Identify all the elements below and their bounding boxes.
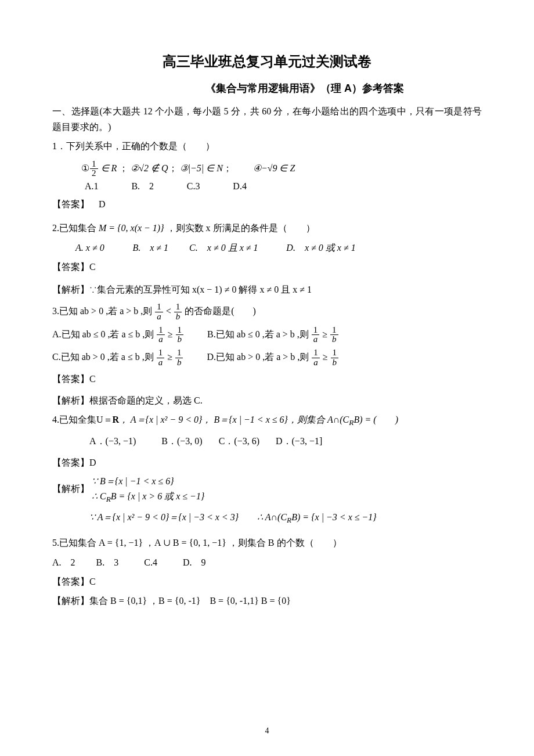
ex-lbl: 【解析】 bbox=[52, 484, 89, 494]
q4-stem: 4.已知全集U＝R， A＝{x | x² − 9 < 0}， B＝{x | −1… bbox=[52, 412, 482, 430]
q5-optC: C.4 bbox=[144, 557, 157, 567]
q3-answer: 【答案】C bbox=[52, 371, 482, 387]
q4-explain: 【解析】 ∵ B＝{x | −1 < x ≤ 6} ∴ CRB = {x | x… bbox=[52, 474, 482, 505]
q3-row2: C.已知 ab > 0 ,若 a ≤ b ,则 1a ≥ 1b D.已知 ab … bbox=[52, 347, 482, 368]
doc-title: 高三毕业班总复习单元过关测试卷 bbox=[52, 52, 482, 71]
q3-C-pre: C.已知 ab > 0 ,若 a ≤ b ,则 bbox=[52, 352, 156, 362]
q5-optB: B. 3 bbox=[96, 557, 119, 567]
q5-stem: 5.已知集合 A = {1, −1} ，A ∪ B = {0, 1, −1} ，… bbox=[52, 535, 482, 550]
q1-item2: ②√2 ∉ Q bbox=[131, 163, 168, 173]
q4pre: 4.已知全集U＝ bbox=[52, 415, 113, 424]
q2mid: M = {0, x(x − 1)} bbox=[99, 223, 164, 233]
q3-optC: C.已知 ab > 0 ,若 a ≤ b ,则 1a ≥ 1b bbox=[52, 352, 186, 362]
q3post: 的否命题是( ) bbox=[182, 306, 256, 316]
q4-ex3: ∵ A＝{x | x² − 9 < 0}＝{x | −3 < x < 3} ∴ … bbox=[52, 509, 482, 527]
q2-exp-text: 【解析】∵集合元素的互异性可知 x(x − 1) ≠ 0 解得 x ≠ 0 且 … bbox=[52, 285, 312, 294]
q5-optD: D. 9 bbox=[183, 557, 206, 567]
q1-it1-pre: ① bbox=[81, 163, 89, 173]
q4-optD: D．(−3, −1] bbox=[276, 436, 322, 446]
page-number: 4 bbox=[0, 726, 534, 736]
q4-optB: B．(−3, 0) bbox=[161, 436, 202, 446]
q3-explain: 【解析】根据否命题的定义，易选 C. bbox=[52, 393, 482, 408]
q2-stem: 2.已知集合 M = {0, x(x − 1)} ，则实数 x 所满足的条件是（… bbox=[52, 220, 482, 236]
q3-B-pre: B.已知 ab ≤ 0 ,若 a > b ,则 bbox=[207, 329, 311, 339]
q3-row1: A.已知 ab ≤ 0 ,若 a ≤ b ,则 1a ≥ 1b B.已知 ab … bbox=[52, 324, 482, 345]
q2-explain: 【解析】∵集合元素的互异性可知 x(x − 1) ≠ 0 解得 x ≠ 0 且 … bbox=[52, 282, 482, 297]
q3-stem: 3.已知 ab > 0 ,若 a > b ,则 1a < 1b 的否命题是( ) bbox=[52, 301, 482, 322]
sub: R bbox=[106, 495, 111, 503]
q1-optB: B. 2 bbox=[131, 181, 154, 191]
q4-answer: 【答案】D bbox=[52, 455, 482, 470]
q2-options: A. x ≠ 0 B. x ≠ 1 C. x ≠ 0 且 x ≠ 1 D. x … bbox=[52, 240, 482, 255]
q4-ex2: ∴ CRB = {x | x > 6 或 x ≤ −1} bbox=[92, 489, 204, 506]
page-container: 高三毕业班总复习单元过关测试卷 《集合与常用逻辑用语》（理 A）参考答案 一、选… bbox=[0, 0, 534, 756]
doc-subtitle: 《集合与常用逻辑用语》（理 A）参考答案 bbox=[52, 81, 482, 95]
q4ex3a: ∵ A＝{x | x² − 9 < 0}＝{x | −3 < x < 3} ∴ … bbox=[89, 512, 287, 522]
ge: ≥ bbox=[165, 352, 175, 362]
q4ex3b: B) = {x | −3 < x ≤ −1} bbox=[291, 512, 376, 522]
q2pre: 2.已知集合 bbox=[52, 223, 99, 233]
ge: ≥ bbox=[320, 352, 330, 362]
q5-answer: 【答案】C bbox=[52, 574, 482, 589]
q4-optC: C．(−3, 6) bbox=[219, 436, 259, 446]
q3-A-pre: A.已知 ab ≤ 0 ,若 a ≤ b ,则 bbox=[52, 329, 156, 339]
q1-optA: A.1 bbox=[85, 181, 99, 191]
q1-options: A.1 B. 2 C.3 D.4 bbox=[52, 181, 482, 193]
q3-optA: A.已知 ab ≤ 0 ,若 a ≤ b ,则 1a ≥ 1b bbox=[52, 329, 186, 339]
q1-stem: 1．下列关系中，正确的个数是（ ） bbox=[52, 138, 482, 154]
q3-D-pre: D.已知 ab > 0 ,若 a > b ,则 bbox=[207, 352, 311, 362]
q4-optA: A．(−3, −1) bbox=[89, 436, 136, 446]
q5-optA: A. 2 bbox=[52, 557, 75, 567]
q2-optA: A. x ≠ 0 bbox=[75, 243, 104, 253]
q1-items: ①12 ∈ R ； ②√2 ∉ Q； ③|−5| ∈ N； ④−√9 ∈ Z bbox=[63, 158, 482, 179]
q1-item3: ③|−5| ∈ N bbox=[180, 163, 223, 173]
q5-options: A. 2 B. 3 C.4 D. 9 bbox=[52, 555, 482, 570]
q1-answer: 【答案】 D bbox=[52, 196, 482, 212]
q1-item1: ①12 ∈ R bbox=[81, 163, 119, 173]
sep: ； bbox=[168, 163, 180, 173]
q4-ex1: ∵ B＝{x | −1 < x ≤ 6} bbox=[92, 474, 204, 489]
q2-answer: 【答案】C bbox=[52, 259, 482, 275]
q4R: R bbox=[113, 415, 120, 424]
q4-options: A．(−3, −1) B．(−3, 0) C．(−3, 6) D．(−3, −1… bbox=[52, 433, 482, 449]
q2-optC: C. x ≠ 0 且 x ≠ 1 bbox=[189, 243, 258, 253]
q2post: ，则实数 x 所满足的条件是（ ） bbox=[164, 223, 315, 233]
q1-item4: ④−√9 ∈ Z bbox=[253, 163, 295, 173]
q4ex2b: B = {x | x > 6 或 x ≤ −1} bbox=[111, 491, 204, 501]
q2-optB: B. x ≠ 1 bbox=[132, 243, 168, 253]
q1-optC: C.3 bbox=[187, 181, 200, 191]
q3-optD: D.已知 ab > 0 ,若 a > b ,则 1a ≥ 1b bbox=[207, 352, 339, 362]
q3-optB: B.已知 ab ≤ 0 ,若 a > b ,则 1a ≥ 1b bbox=[207, 329, 338, 339]
q2-optD: D. x ≠ 0 或 x ≠ 1 bbox=[286, 243, 355, 253]
ge: ≥ bbox=[165, 329, 175, 339]
q4ex2a: ∴ C bbox=[92, 491, 106, 501]
q1-it1-post: ∈ R bbox=[99, 163, 117, 173]
q1-optD: D.4 bbox=[233, 181, 247, 191]
q5-explain: 【解析】集合 B = {0,1} ，B = {0, -1} B = {0, -1… bbox=[52, 593, 482, 609]
q3m: < bbox=[164, 306, 174, 316]
section-intro: 一、选择题(本大题共 12 个小题，每小题 5 分，共 60 分，在每小题给出的… bbox=[52, 103, 482, 135]
q4m1: ， A＝{x | x² − 9 < 0}， B＝{x | −1 < x ≤ 6}… bbox=[119, 415, 349, 424]
q4m2: B) = ( ) bbox=[353, 415, 398, 424]
sep: ； bbox=[119, 163, 131, 173]
ge: ≥ bbox=[320, 329, 330, 339]
q3pre: 3.已知 ab > 0 ,若 a > b ,则 bbox=[52, 306, 154, 316]
